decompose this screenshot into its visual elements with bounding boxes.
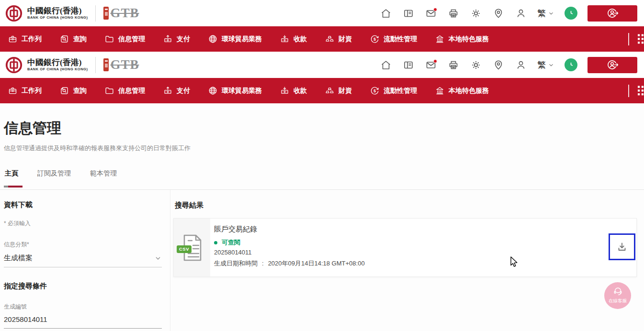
home-button[interactable] [380, 59, 392, 71]
nav-item-global-trade[interactable]: 環球貿易業務 [208, 86, 262, 96]
nav-label: 支付 [177, 87, 190, 95]
nav-label: 收款 [294, 35, 307, 44]
nav-label: 流動性管理 [384, 87, 417, 95]
nav-item-local-services[interactable]: 本地特色服務 [435, 34, 489, 44]
nav-item-collections[interactable]: 收款 [280, 34, 307, 44]
home-button[interactable] [380, 7, 392, 20]
locations-button[interactable] [492, 7, 505, 20]
apps-grid-button[interactable] [638, 87, 644, 95]
apps-grid-icon [638, 33, 644, 45]
liquidity-cycle-icon [370, 34, 380, 44]
tab-templates[interactable]: 範本管理 [89, 169, 118, 185]
unread-badge [433, 8, 437, 11]
folder-icon [104, 86, 114, 96]
page-title: 信息管理 [4, 119, 61, 138]
settings-button[interactable] [470, 7, 482, 20]
gear-icon [470, 59, 482, 71]
file-icon-column: CSV [174, 219, 210, 276]
language-selector[interactable]: 繁 [537, 8, 554, 19]
dashboard-button[interactable] [402, 7, 415, 20]
liquidity-cycle-icon [370, 86, 380, 96]
nav-right [628, 78, 644, 103]
nav-label: 環球貿易業務 [222, 87, 262, 95]
chevron-down-icon [548, 62, 554, 68]
nav-item-liquidity[interactable]: 流動性管理 [370, 86, 417, 96]
chevron-down-icon [548, 10, 554, 17]
generation-no-input[interactable]: 20258014011 [4, 310, 162, 329]
nav-item-worklist[interactable]: 工作列 [8, 34, 42, 44]
locations-button[interactable] [492, 59, 505, 71]
reference-number: 20258014011 [214, 249, 252, 256]
nav-item-enquiry[interactable]: 查詢 [59, 34, 87, 44]
session-timer-badge[interactable] [565, 58, 577, 71]
nav-item-worklist[interactable]: 工作列 [8, 86, 42, 96]
nav-item-payments[interactable]: 支付 [163, 34, 190, 44]
live-chat-label: 在線客服 [604, 298, 631, 304]
page-content: 信息管理 信息管理通過提供及時和準確的報表服務來支持公司的日常對賬工作 主頁 訂… [0, 103, 644, 331]
messages-button[interactable] [425, 7, 437, 20]
tab-home[interactable]: 主頁 [4, 169, 19, 185]
nav-item-local-services[interactable]: 本地特色服務 [435, 86, 489, 96]
nav-right [628, 26, 644, 52]
language-label: 繁 [537, 8, 546, 19]
document-search-icon [59, 86, 69, 96]
dashboard-icon [403, 59, 414, 71]
header: 中國銀行(香港) BANK OF CHINA (HONG KONG) GTB 繁 [0, 0, 644, 26]
gtb-seal-icon [103, 58, 109, 71]
nav-label: 收款 [294, 87, 307, 95]
print-button[interactable] [447, 59, 460, 71]
status-dot-icon [214, 241, 217, 244]
logout-button[interactable] [588, 57, 637, 73]
download-section-heading: 資料下載 [4, 200, 33, 210]
nav-item-enquiry[interactable]: 查詢 [59, 86, 87, 96]
bank-name-zh: 中國銀行(香港) [27, 58, 88, 67]
chevron-down-icon [154, 254, 162, 262]
profile-button[interactable] [515, 7, 527, 20]
nav-label: 信息管理 [118, 87, 145, 95]
printer-icon [448, 59, 459, 71]
main-nav: 工作列 查詢 信息管理 支付 環球貿易業務 收款 財資 流動性管理 本地特色服務 [0, 26, 644, 52]
session-timer-badge[interactable] [565, 7, 577, 20]
print-button[interactable] [447, 7, 460, 20]
apps-grid-icon [638, 85, 644, 97]
brand: 中國銀行(香港) BANK OF CHINA (HONG KONG) GTB [5, 56, 139, 74]
nav-item-liquidity[interactable]: 流動性管理 [370, 34, 417, 44]
messages-button[interactable] [425, 59, 437, 71]
bank-building-icon [435, 86, 445, 96]
nav-item-treasury[interactable]: 財資 [325, 86, 352, 96]
bank-name: 中國銀行(香港) BANK OF CHINA (HONG KONG) [27, 58, 88, 72]
home-icon [380, 59, 392, 71]
clock-icon [567, 61, 575, 69]
nav-item-collections[interactable]: 收款 [280, 86, 307, 96]
nav-label: 財資 [339, 35, 352, 44]
nav-divider [628, 33, 629, 45]
dashboard-button[interactable] [402, 59, 415, 71]
csv-file-icon: CSV [181, 234, 203, 262]
live-chat-button[interactable]: 在線客服 [604, 282, 631, 309]
download-button[interactable] [609, 233, 635, 260]
nav-item-payments[interactable]: 支付 [163, 86, 190, 96]
page-subtitle: 信息管理通過提供及時和準確的報表服務來支持公司的日常對賬工作 [4, 144, 191, 153]
payment-out-icon [163, 86, 173, 96]
gtb-logo: GTB [103, 58, 139, 71]
category-select[interactable]: 生成檔案 [4, 249, 162, 267]
profile-button[interactable] [515, 59, 527, 71]
bank-name: 中國銀行(香港) BANK OF CHINA (HONG KONG) [27, 7, 88, 20]
bank-building-icon [435, 34, 445, 44]
tab-subscriptions[interactable]: 訂閱及管理 [36, 169, 72, 185]
header: 中國銀行(香港) BANK OF CHINA (HONG KONG) GTB 繁 [0, 52, 644, 78]
tab-bar: 主頁 訂閱及管理 範本管理 [4, 169, 118, 185]
settings-button[interactable] [470, 59, 482, 71]
logout-button[interactable] [588, 5, 637, 22]
language-selector[interactable]: 繁 [537, 59, 554, 71]
nav-label: 信息管理 [118, 35, 145, 44]
nav-item-global-trade[interactable]: 環球貿易業務 [208, 34, 262, 44]
nav-item-treasury[interactable]: 財資 [325, 34, 352, 44]
apps-grid-button[interactable] [638, 35, 644, 43]
nav-item-information-management[interactable]: 信息管理 [104, 86, 145, 96]
nav-item-information-management[interactable]: 信息管理 [104, 34, 145, 44]
nav-label: 查詢 [73, 87, 87, 95]
category-label: 信息分類* [4, 241, 29, 249]
search-sidebar: 資料下載 * 必須輸入 信息分類* 生成檔案 指定搜尋條件 生成編號 20258… [0, 190, 170, 331]
gtb-logo-text: GTB [110, 7, 139, 20]
